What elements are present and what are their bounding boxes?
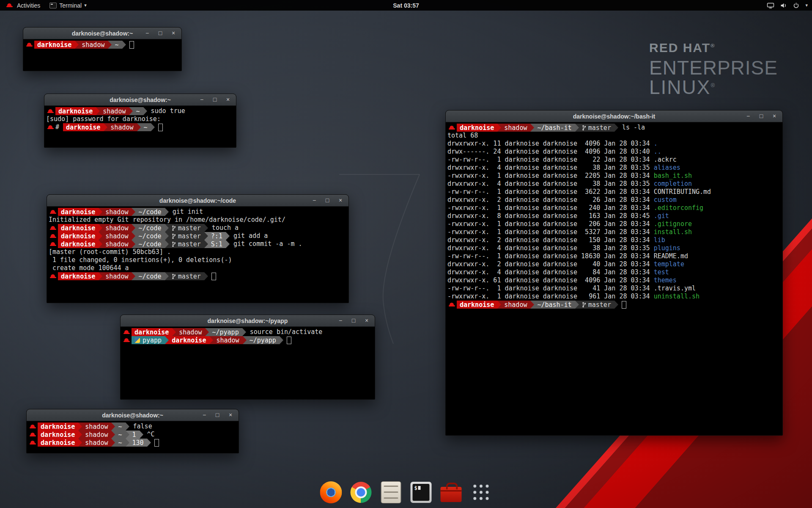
minimize-button[interactable]: −	[199, 94, 205, 105]
powerline-separator	[108, 41, 112, 49]
terminal-window-home-1: darknoise@shadow:~ − □ × darknoiseshadow…	[23, 27, 182, 71]
terminal-text: -rwxrwxr-x. 1 darknoise darknoise 2205 J…	[447, 172, 654, 180]
close-button[interactable]: ×	[337, 195, 343, 206]
terminal-text: -rw-rw-r--. 1 darknoise darknoise 18630 …	[447, 252, 688, 260]
close-button[interactable]: ×	[225, 94, 231, 105]
window-controls: − □ ×	[337, 315, 375, 326]
redhat-icon	[30, 432, 36, 438]
powerline-separator	[204, 272, 208, 280]
dock-icon-firefox[interactable]	[319, 480, 343, 505]
prompt-segment-path: ~	[141, 123, 151, 131]
dock-icon-chrome[interactable]	[349, 480, 373, 505]
window-titlebar[interactable]: darknoise@shadow:~/pyapp − □ ×	[121, 315, 375, 327]
prompt-segment-status: S:1	[208, 240, 226, 248]
powerline-separator	[209, 336, 213, 344]
dock-icon-files[interactable]	[379, 480, 403, 505]
dock-icon-toolbox[interactable]	[439, 480, 464, 505]
minimize-button[interactable]: −	[337, 315, 343, 326]
maximize-button[interactable]: □	[157, 28, 163, 39]
terminal-line: darknoiseshadow~1 ^C	[28, 431, 239, 439]
powerline-separator	[132, 272, 135, 280]
window-titlebar[interactable]: darknoise@shadow:~ − □ ×	[44, 94, 236, 106]
terminal-text: ls -la	[618, 124, 645, 132]
prompt-segment-user: darknoise	[58, 208, 99, 216]
git-branch-icon	[582, 125, 586, 131]
terminal-text: uninstall.sh	[654, 293, 700, 301]
terminal-text: drwxrwxr-x. 2 darknoise darknoise 26 Jan…	[447, 196, 654, 204]
terminal-text: -rwxrwxr-x. 1 darknoise darknoise 206 Ja…	[447, 220, 654, 228]
powerline-separator	[497, 301, 501, 309]
terminal-text: drwxrwxr-x. 4 darknoise darknoise 38 Jan…	[447, 164, 654, 172]
minimize-button[interactable]: −	[745, 110, 751, 122]
maximize-button[interactable]: □	[214, 409, 220, 421]
prompt-segment-path: ~/bash-it	[534, 124, 575, 132]
terminal-content[interactable]: darknoiseshadow~ sudo true[sudo] passwor…	[44, 106, 236, 131]
minimize-button[interactable]: −	[311, 195, 317, 206]
minimize-button[interactable]: −	[201, 409, 207, 421]
maximize-button[interactable]: □	[351, 315, 357, 326]
terminal-content[interactable]: darknoiseshadow~	[23, 39, 181, 49]
terminal-text: -rw-rw-r--. 1 darknoise darknoise 41 Jan…	[447, 284, 696, 293]
terminal-content[interactable]: darknoiseshadow~ falsedarknoiseshadow~1 …	[27, 421, 239, 447]
terminal-line: drwxrwxr-x. 2 darknoise darknoise 26 Jan…	[447, 196, 782, 204]
powerline-separator	[165, 272, 169, 280]
redhat-icon	[47, 108, 54, 114]
prompt-segment-host: shadow	[501, 301, 530, 309]
terminal-text: drwxrwxr-x. 4 darknoise darknoise 38 Jan…	[447, 180, 654, 188]
powerline-separator	[75, 41, 79, 49]
redhat-icon	[123, 329, 130, 335]
prompt-segment-user: darknoise	[55, 107, 96, 115]
window-titlebar[interactable]: darknoise@shadow:~ − □ ×	[27, 409, 239, 421]
terminal-line: darknoiseshadow~/codemaster touch a	[49, 224, 348, 232]
terminal-text: git commit -a -m .	[230, 240, 302, 248]
prompt-segment-host: shadow	[82, 431, 111, 439]
git-branch-icon	[172, 233, 176, 239]
chevron-down-icon: ▾	[805, 3, 808, 8]
system-status-area[interactable]: ▾	[767, 0, 812, 11]
maximize-button[interactable]: □	[324, 195, 330, 206]
terminal-content[interactable]: darknoiseshadow~/bash-itmaster ls -latot…	[446, 122, 782, 309]
prompt-segment-path: ~/code	[135, 208, 165, 216]
prompt-segment-path: ~/code	[135, 224, 165, 232]
terminal-text: -rwxrwxr-x. 1 darknoise darknoise 5327 J…	[447, 228, 654, 236]
terminal-text: custom	[654, 196, 677, 204]
prompt-segment-path: ~/code	[135, 232, 165, 240]
close-button[interactable]: ×	[228, 409, 233, 421]
minimize-button[interactable]: −	[144, 28, 150, 39]
redhat-icon	[449, 125, 455, 131]
powerline-separator	[99, 272, 102, 280]
dock-icon-terminal[interactable]: $	[409, 480, 433, 505]
prompt-segment-path: ~/pyapp	[209, 328, 242, 336]
terminal-text: install.sh	[654, 228, 692, 236]
window-titlebar[interactable]: darknoise@shadow:~/bash-it − □ ×	[446, 110, 782, 122]
powerline-separator	[126, 422, 129, 431]
terminal-cursor	[154, 439, 159, 447]
app-menu-terminal[interactable]: Terminal ▾	[45, 0, 91, 11]
activities-label: Activities	[17, 2, 40, 9]
powerline-separator	[99, 224, 102, 232]
close-button[interactable]: ×	[364, 315, 370, 326]
prompt-segment-path: ~/bash-it	[534, 301, 575, 309]
powerline-separator	[132, 240, 135, 248]
terminal-text: -rw-rw-r--. 1 darknoise darknoise 3622 J…	[447, 188, 711, 196]
activities-button[interactable]: Activities	[0, 0, 45, 11]
terminal-line: total 68	[447, 132, 782, 140]
terminal-cursor	[287, 337, 291, 344]
terminal-content[interactable]: darknoiseshadow~/code git initInitialize…	[47, 207, 348, 280]
prompt-segment-venv: pyapp	[132, 336, 165, 344]
terminal-text: 1 file changed, 0 insertions(+), 0 delet…	[49, 256, 232, 264]
prompt-segment-host: shadow	[102, 208, 132, 216]
prompt-segment-host: shadow	[501, 124, 530, 132]
maximize-button[interactable]: □	[212, 94, 218, 105]
clock[interactable]: Sat 03:57	[393, 2, 419, 9]
close-button[interactable]: ×	[170, 28, 176, 39]
prompt-segment-user: darknoise	[58, 240, 99, 248]
maximize-button[interactable]: □	[758, 110, 764, 122]
terminal-content[interactable]: darknoiseshadow~/pyapp source bin/activa…	[121, 327, 375, 344]
powerline-separator	[99, 240, 102, 248]
window-titlebar[interactable]: darknoise@shadow:~/code − □ ×	[47, 195, 348, 207]
dock-icon-app-grid[interactable]	[469, 480, 494, 505]
terminal-icon-screen: $	[413, 484, 430, 501]
window-titlebar[interactable]: darknoise@shadow:~ − □ ×	[23, 28, 181, 39]
close-button[interactable]: ×	[771, 110, 777, 122]
